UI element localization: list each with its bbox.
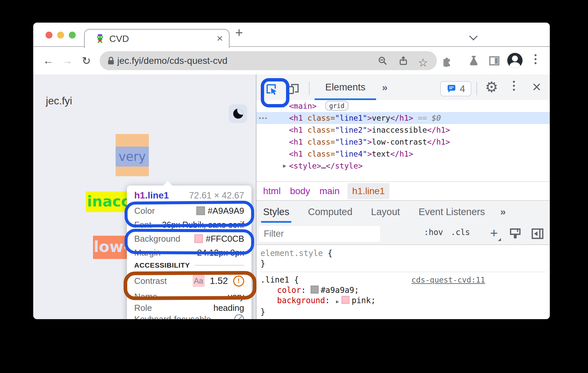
tab-event-listeners[interactable]: Event Listeners	[417, 201, 487, 223]
dom-code-line3: <h1 class="line3">low-contrast</h1>	[289, 138, 450, 146]
browser-window: CVD × + ← → ↻ jec.fyi/demo/cds-quest-cvd	[33, 23, 550, 319]
crumb-selected[interactable]: h1.line1	[347, 183, 389, 199]
background-value-swatch[interactable]	[342, 296, 349, 304]
new-style-rule-icon[interactable]: +	[486, 226, 502, 241]
dom-row-style[interactable]: ▶ <style>…</style>	[256, 160, 550, 172]
dom-row-line3[interactable]: <h1 class="line3">low-contrast</h1>	[256, 136, 550, 148]
font-label: Font	[134, 220, 151, 230]
dom-row-main[interactable]: ▼ <main> grid	[256, 100, 550, 112]
contrast-label: Contrast	[134, 276, 167, 286]
dom-code-main: <main>	[289, 102, 317, 110]
more-sidebar-tabs-icon[interactable]: »	[500, 206, 506, 217]
moon-icon	[233, 109, 243, 119]
keyboard-focusable-label: Keyboard-focusable	[134, 314, 211, 319]
browser-menu-icon[interactable]	[535, 54, 537, 64]
line1-rule-close: }	[260, 307, 546, 317]
browser-toolbar: ← → ↻ jec.fyi/demo/cds-quest-cvd	[33, 47, 550, 75]
tooltip-margin-row: Margin 24.12px 0px	[134, 247, 244, 258]
contrast-sample-swatch: Aa	[193, 275, 205, 287]
stylesheet-link[interactable]: cds-quest-cvd:11	[411, 275, 485, 285]
dom-row-line2[interactable]: <h1 class="line2">inaccessible</h1>	[256, 124, 550, 136]
issues-chat-icon	[446, 84, 456, 94]
property-background[interactable]: background: ▶pink;	[260, 296, 546, 307]
browser-tab[interactable]: CVD ×	[84, 29, 230, 48]
brush-icon[interactable]	[508, 227, 522, 241]
dom-tree: ▼ <main> grid <h1 class="line1">very</h1…	[256, 100, 550, 181]
tab-layout[interactable]: Layout	[369, 201, 402, 223]
issues-count: 4	[460, 83, 465, 94]
color-value-swatch[interactable]	[311, 286, 319, 294]
site-brand[interactable]: jec.fyi	[46, 95, 72, 107]
traffic-light-close[interactable]	[46, 32, 52, 39]
back-icon[interactable]: ←	[41, 47, 55, 74]
traffic-light-minimize[interactable]	[57, 32, 64, 39]
color-value: #A9A9A9	[208, 206, 244, 216]
role-label: Role	[134, 303, 152, 313]
background-swatch	[194, 234, 203, 243]
crumb-main[interactable]: main	[320, 186, 340, 196]
styles-pane: element.style { } .line1 { cds-quest-cvd…	[256, 245, 550, 319]
devtools-close-icon[interactable]: ×	[532, 78, 541, 96]
line1-rule-head[interactable]: .line1 { cds-quest-cvd:11	[260, 275, 546, 285]
address-bar[interactable]: jec.fyi/demo/cds-quest-cvd ☆	[100, 51, 437, 70]
inspect-element-icon[interactable]	[265, 82, 278, 96]
settings-gear-icon[interactable]: ⚙	[485, 78, 498, 95]
property-value-color: #a9a9a9;	[321, 286, 359, 295]
dom-row-line1-selected[interactable]: <h1 class="line1">very</h1> == $0	[256, 112, 550, 124]
side-panel-icon[interactable]	[488, 55, 500, 67]
tooltip-header: h1.line1 72.61 × 42.67	[134, 190, 244, 201]
collapse-triangle-icon[interactable]: ▼	[282, 100, 285, 112]
devtools-menu-icon[interactable]	[513, 81, 515, 91]
background-label: Background	[134, 234, 180, 244]
inspect-tooltip: h1.line1 72.61 × 42.67 Color #A9A9A9 Fon…	[127, 186, 251, 319]
url-text[interactable]: jec.fyi/demo/cds-quest-cvd	[117, 56, 227, 66]
extensions-puzzle-icon[interactable]	[441, 55, 453, 67]
issues-counter[interactable]: 4	[440, 81, 471, 96]
lock-icon	[106, 56, 116, 66]
toggle-hover-state[interactable]: :hov	[424, 228, 443, 237]
tab-styles[interactable]: Styles	[261, 201, 291, 223]
row-menu-icon[interactable]	[259, 117, 267, 119]
more-panels-icon[interactable]: »	[382, 82, 388, 93]
toggle-element-classes[interactable]: .cls	[451, 228, 470, 237]
tooltip-class: .line1	[145, 190, 169, 201]
favicon-icon	[96, 34, 104, 43]
expand-value-icon[interactable]: ▶	[336, 299, 339, 305]
reload-icon[interactable]: ↻	[79, 47, 94, 74]
bookmark-star-icon[interactable]: ☆	[418, 56, 428, 69]
rule-divider	[260, 272, 546, 272]
screenshot-stage: CVD × + ← → ↻ jec.fyi/demo/cds-quest-cvd	[0, 0, 588, 373]
property-color[interactable]: color: #a9a9a9;	[260, 285, 546, 296]
tooltip-keyboard-row: Keyboard-focusable	[134, 314, 244, 319]
tab-close-icon[interactable]: ×	[217, 32, 223, 45]
new-tab-icon[interactable]: +	[235, 25, 243, 40]
share-icon[interactable]	[398, 56, 409, 66]
rule-selector: .line1	[260, 275, 289, 285]
expand-triangle-icon[interactable]: ▶	[283, 160, 286, 172]
tabstrip-chevron-icon[interactable]	[469, 32, 477, 40]
experiments-flask-icon[interactable]	[468, 55, 480, 67]
profile-avatar[interactable]	[507, 53, 523, 68]
theme-toggle-button[interactable]	[229, 104, 247, 123]
tab-title: CVD	[109, 34, 129, 44]
crumb-body[interactable]: body	[290, 186, 310, 196]
heading-very[interactable]: very	[119, 150, 146, 164]
dom-code-style: <style>…</style>	[289, 162, 363, 170]
dom-row-line4[interactable]: <h1 class="line4">text</h1>	[256, 148, 550, 160]
grid-badge[interactable]: grid	[325, 101, 348, 111]
inspect-content-highlight: very	[116, 147, 149, 167]
filter-input[interactable]	[259, 226, 380, 242]
zoom-out-icon[interactable]	[377, 56, 388, 66]
crumb-html[interactable]: html	[263, 186, 281, 196]
color-label: Color	[134, 206, 155, 216]
tab-elements[interactable]: Elements	[315, 74, 376, 100]
tab-computed[interactable]: Computed	[306, 201, 354, 223]
toolbar-separator	[309, 82, 310, 95]
toggle-sidebar-icon[interactable]	[531, 227, 544, 241]
device-toolbar-icon[interactable]	[287, 82, 300, 95]
element-style-rule[interactable]: element.style {	[260, 248, 546, 259]
forward-icon[interactable]: →	[60, 47, 74, 74]
traffic-light-zoom[interactable]	[69, 32, 76, 39]
tooltip-caret	[162, 181, 173, 191]
not-focusable-icon	[234, 314, 244, 319]
